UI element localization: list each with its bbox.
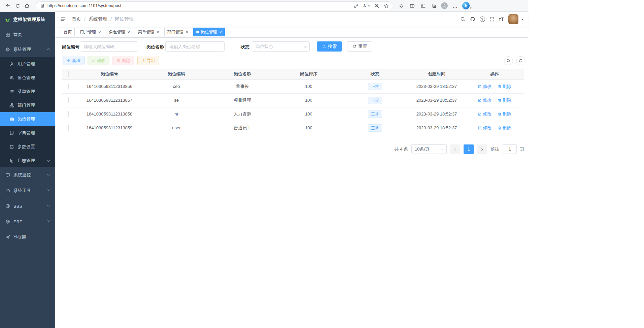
github-icon[interactable] bbox=[470, 17, 475, 22]
select-all-checkbox[interactable] bbox=[68, 71, 69, 77]
address-bar[interactable]: https://ccnetcore.com:1101/system/post A bbox=[36, 1, 393, 10]
sidebar-item-erp[interactable]: ERP bbox=[0, 214, 55, 229]
app-logo[interactable]: 意框架管理系统 bbox=[0, 12, 55, 27]
tab-close-icon[interactable]: × bbox=[98, 30, 101, 34]
font-size-icon[interactable]: тT bbox=[499, 17, 504, 22]
prev-page-button[interactable]: ‹ bbox=[450, 144, 460, 154]
split-screen-icon[interactable] bbox=[407, 1, 417, 10]
document-icon bbox=[9, 158, 14, 163]
extensions-icon[interactable] bbox=[397, 1, 406, 10]
goto-label: 前往 bbox=[490, 146, 499, 152]
copilot-icon[interactable]: b▾ bbox=[461, 1, 473, 10]
browser-menu-button[interactable]: … bbox=[450, 1, 460, 10]
tab-menu-management[interactable]: 菜单管理 × bbox=[135, 28, 162, 36]
export-button[interactable]: 导出 bbox=[137, 56, 159, 65]
row-edit-link[interactable]: 修改 bbox=[478, 125, 492, 131]
row-checkbox[interactable] bbox=[68, 111, 69, 117]
page-number-1[interactable]: 1 bbox=[464, 144, 474, 154]
next-page-button[interactable]: › bbox=[477, 144, 487, 154]
row-edit-link[interactable]: 修改 bbox=[478, 97, 492, 103]
row-edit-link[interactable]: 修改 bbox=[478, 111, 492, 117]
sidebar-item-menus[interactable]: 菜单管理 bbox=[0, 85, 55, 98]
column-header: 岗位编码 bbox=[143, 69, 209, 79]
read-aloud-icon[interactable]: A bbox=[363, 4, 370, 8]
post-code-cell: user bbox=[143, 121, 209, 135]
hamburger-icon[interactable] bbox=[60, 16, 66, 22]
row-delete-link[interactable]: 删除 bbox=[498, 97, 511, 103]
tab-close-icon[interactable]: × bbox=[219, 30, 222, 34]
help-icon[interactable]: ? bbox=[480, 17, 485, 22]
row-checkbox[interactable] bbox=[68, 97, 69, 103]
sidebar-item-tools[interactable]: 系统工具 bbox=[0, 183, 55, 198]
user-icon bbox=[9, 62, 14, 66]
tab-close-icon[interactable]: × bbox=[128, 30, 130, 34]
sidebar-item-system[interactable]: 系统管理 bbox=[0, 42, 55, 57]
post-name-input[interactable] bbox=[165, 41, 225, 52]
row-checkbox[interactable] bbox=[68, 125, 69, 131]
home-button[interactable] bbox=[22, 1, 32, 10]
refresh-table-button[interactable] bbox=[516, 56, 525, 65]
tab-home[interactable]: 首页 bbox=[61, 28, 75, 36]
sidebar-item-departments[interactable]: 部门管理 bbox=[0, 98, 55, 112]
row-delete-link[interactable]: 删除 bbox=[498, 125, 511, 131]
search-button[interactable]: 搜索 bbox=[317, 41, 342, 52]
tab-post-management[interactable]: 岗位管理 × bbox=[193, 28, 225, 36]
row-checkbox[interactable] bbox=[68, 84, 69, 89]
sidebar-item-dictionary[interactable]: 字典管理 bbox=[0, 126, 55, 140]
status-select[interactable]: 岗位状态 bbox=[252, 41, 310, 52]
add-favorite-icon[interactable] bbox=[384, 3, 389, 8]
sidebar-item-roles[interactable]: 角色管理 bbox=[0, 71, 55, 85]
system-submenu: 用户管理 角色管理 菜单管理 部门管理 岗位管理 bbox=[0, 57, 55, 167]
sidebar-item-posts[interactable]: 岗位管理 bbox=[0, 112, 55, 126]
tab-close-icon[interactable]: × bbox=[157, 30, 159, 34]
chevron-down-icon bbox=[47, 173, 50, 175]
chevron-down-icon bbox=[47, 188, 50, 191]
tab-role-management[interactable]: 角色管理 × bbox=[106, 28, 133, 36]
toggle-search-button[interactable] bbox=[504, 56, 513, 65]
user-avatar[interactable] bbox=[508, 14, 518, 24]
post-name-cell: 普通员工 bbox=[209, 121, 275, 135]
sidebar-item-parameters[interactable]: 参数设置 bbox=[0, 140, 55, 154]
reset-button[interactable]: 重置 bbox=[347, 41, 372, 52]
tab-department-management[interactable]: 部门管理 × bbox=[164, 28, 192, 36]
created-time-cell: 2023-03-29 18:52:37 bbox=[408, 79, 465, 93]
created-time-cell: 2023-03-29 18:52:37 bbox=[408, 107, 465, 121]
back-button[interactable] bbox=[3, 1, 13, 10]
zoom-icon[interactable] bbox=[374, 3, 379, 8]
browser-profile-button[interactable] bbox=[440, 1, 449, 10]
post-code-label: 岗位编号 bbox=[62, 44, 79, 50]
add-button[interactable]: 新增 bbox=[63, 56, 84, 65]
breadcrumb-system[interactable]: 系统管理 bbox=[89, 16, 107, 22]
breadcrumb-home[interactable]: 首页 bbox=[72, 16, 81, 22]
sidebar-item-logs[interactable]: 日志管理 bbox=[0, 154, 55, 167]
edit-button[interactable]: 修改 bbox=[88, 56, 109, 65]
url-text[interactable]: https://ccnetcore.com:1101/system/post bbox=[47, 3, 351, 8]
collections-icon[interactable] bbox=[429, 1, 438, 10]
tab-close-icon[interactable]: × bbox=[186, 30, 189, 34]
delete-button[interactable]: 删除 bbox=[112, 56, 134, 65]
sidebar-item-bbs[interactable]: BBS bbox=[0, 198, 55, 214]
avatar-caret-icon[interactable]: ▾ bbox=[521, 18, 523, 21]
fullscreen-icon[interactable] bbox=[489, 17, 495, 22]
tab-user-management[interactable]: 用户管理 × bbox=[77, 28, 104, 36]
header-search-icon[interactable] bbox=[460, 17, 466, 22]
table-header-row: 岗位编号 岗位编码 岗位名称 岗位排序 状态 创建时间 操作 bbox=[62, 69, 524, 79]
row-delete-link[interactable]: 删除 bbox=[498, 84, 511, 90]
sidebar-item-users[interactable]: 用户管理 bbox=[0, 57, 55, 71]
row-edit-link[interactable]: 修改 bbox=[478, 84, 492, 90]
page-size-select[interactable]: 10条/页 bbox=[411, 144, 447, 154]
row-delete-link[interactable]: 删除 bbox=[498, 111, 511, 117]
sidebar-item-home[interactable]: 首页 bbox=[0, 27, 55, 42]
sidebar-item-monitoring[interactable]: 系统监控 bbox=[0, 167, 55, 183]
reload-button[interactable] bbox=[13, 1, 22, 10]
password-key-icon[interactable] bbox=[354, 3, 359, 8]
sidebar-item-yi-framework[interactable]: Yi框架 bbox=[0, 229, 55, 245]
chevron-down-icon bbox=[441, 147, 444, 150]
favorites-icon[interactable] bbox=[418, 1, 428, 10]
site-info-icon[interactable] bbox=[40, 3, 45, 8]
page-goto-input[interactable] bbox=[503, 144, 517, 154]
post-code-cell: se bbox=[143, 93, 209, 107]
created-time-cell: 2023-03-29 18:52:37 bbox=[408, 93, 465, 107]
post-code-input[interactable] bbox=[80, 41, 138, 52]
sidebar: 意框架管理系统 首页 系统管理 用户管理 角色管理 bbox=[0, 12, 55, 328]
